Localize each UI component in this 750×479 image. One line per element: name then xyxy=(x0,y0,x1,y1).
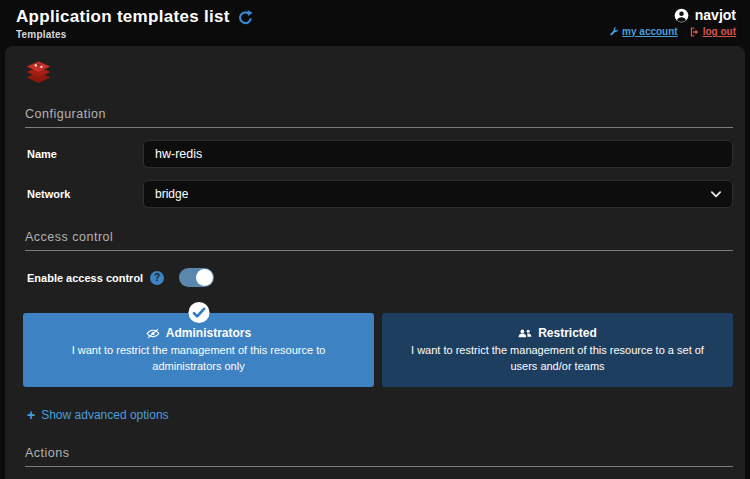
template-deploy-panel: Configuration Name Network bridge Access… xyxy=(5,46,745,479)
section-access-control: Access control xyxy=(25,230,733,251)
wrench-icon xyxy=(609,27,619,37)
breadcrumb: Templates xyxy=(16,29,253,40)
section-actions: Actions xyxy=(25,446,733,467)
check-circle-icon xyxy=(187,301,210,324)
ownership-option-restricted[interactable]: Restricted I want to restrict the manage… xyxy=(382,313,733,387)
name-input[interactable] xyxy=(143,140,733,168)
name-label: Name xyxy=(27,148,143,160)
network-label: Network xyxy=(27,188,143,200)
sign-out-icon xyxy=(690,27,700,37)
log-out-link[interactable]: log out xyxy=(690,26,736,37)
ownership-option-administrators[interactable]: Administrators I want to restrict the ma… xyxy=(23,313,374,387)
network-selected-value: bridge xyxy=(155,187,188,201)
section-configuration: Configuration xyxy=(25,107,733,128)
toggle-knob xyxy=(196,269,213,286)
question-circle-icon[interactable]: ? xyxy=(150,271,164,285)
sync-icon[interactable] xyxy=(238,10,253,25)
ownership-options: Administrators I want to restrict the ma… xyxy=(23,313,733,387)
ownership-option-description: I want to restrict the management of thi… xyxy=(43,343,354,375)
page-header: Application templates list Templates nav… xyxy=(0,0,750,46)
users-icon xyxy=(518,328,532,339)
ownership-option-title: Administrators xyxy=(166,326,251,340)
enable-access-control-label: Enable access control xyxy=(27,272,143,284)
username: navjot xyxy=(695,7,736,23)
ownership-option-title: Restricted xyxy=(538,326,597,340)
page-title: Application templates list xyxy=(16,7,230,27)
eye-slash-icon xyxy=(146,328,160,339)
redis-logo xyxy=(25,58,52,85)
plus-icon: + xyxy=(27,410,35,420)
chevron-down-icon xyxy=(711,191,721,198)
ownership-option-description: I want to restrict the management of thi… xyxy=(402,343,713,375)
access-control-toggle-row: Enable access control ? xyxy=(27,268,733,287)
header-right: navjot my account log out xyxy=(609,7,736,46)
access-control-toggle[interactable] xyxy=(179,268,214,287)
user-circle-icon xyxy=(674,8,689,23)
header-left: Application templates list Templates xyxy=(16,7,253,46)
network-select[interactable]: bridge xyxy=(143,180,733,208)
user-menu: navjot xyxy=(609,7,736,23)
network-field-row: Network bridge xyxy=(27,180,733,208)
name-field-row: Name xyxy=(27,140,733,168)
my-account-link[interactable]: my account xyxy=(609,26,678,37)
show-advanced-options-link[interactable]: + Show advanced options xyxy=(27,408,169,422)
